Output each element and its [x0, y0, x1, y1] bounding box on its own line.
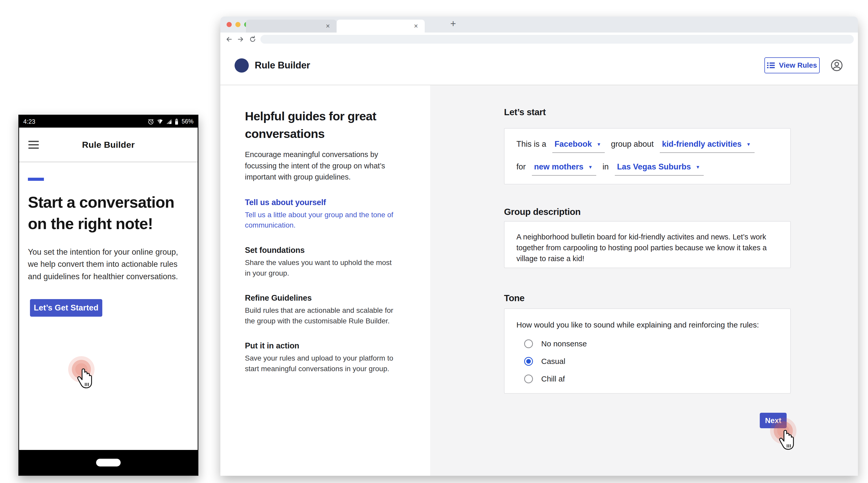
page-content: Helpful guides for great conversations E…: [220, 85, 858, 476]
minimize-window-button[interactable]: [235, 22, 241, 27]
hamburger-menu-icon[interactable]: [28, 141, 39, 149]
status-time: 4:23: [23, 118, 35, 125]
back-icon[interactable]: [225, 35, 233, 43]
phone-app-bar: Rule Builder: [19, 128, 197, 162]
profile-icon[interactable]: [831, 59, 843, 71]
new-tab-button[interactable]: +: [450, 18, 456, 29]
chevron-down-icon: ▼: [596, 142, 601, 147]
platform-dropdown[interactable]: Facebook ▼: [552, 139, 605, 153]
phone-hero-title: Start a conversation on the right note!: [28, 192, 183, 234]
sentence-row: for new mothers ▼ in Las Vegas Suburbs ▼: [517, 162, 778, 175]
sentence-row: This is a Facebook ▼ group about kid-fri…: [517, 139, 778, 153]
phone-hero-body: You set the intention for your online gr…: [28, 246, 180, 283]
guide-step-refine-guidelines[interactable]: Refine Guidelines Build rules that are a…: [245, 293, 407, 326]
view-rules-label: View Rules: [779, 61, 817, 69]
address-bar[interactable]: [260, 35, 854, 44]
status-icons: 56%: [148, 118, 193, 125]
status-battery-percent: 56%: [182, 118, 193, 125]
home-indicator[interactable]: [96, 459, 121, 466]
guide-step-tell-us-about-yourself[interactable]: Tell us about yourself Tell us a little …: [245, 198, 407, 231]
browser-tab-inactive[interactable]: ×: [246, 20, 337, 33]
phone-app-title: Rule Builder: [19, 140, 197, 150]
phone-status-bar: 4:23 56%: [19, 116, 197, 128]
rule-builder-logo: [235, 58, 249, 72]
form-panel: Let’s start This is a Facebook ▼ group a…: [430, 85, 858, 476]
audience-dropdown[interactable]: new mothers ▼: [532, 162, 596, 175]
guide-title: Helpful guides for great conversations: [245, 107, 390, 142]
radio-unchecked-icon[interactable]: [524, 340, 533, 348]
location-dropdown[interactable]: Las Vegas Suburbs ▼: [615, 162, 704, 175]
browser-nav-bar: [220, 33, 858, 46]
chevron-down-icon: ▼: [588, 164, 593, 170]
tone-option-no-nonsense[interactable]: No nonsense: [524, 340, 778, 348]
view-rules-button[interactable]: View Rules: [765, 57, 820, 73]
brand-name: Rule Builder: [255, 60, 310, 71]
browser-tab-active[interactable]: ×: [337, 20, 425, 33]
phone-nav-bar: [19, 450, 197, 475]
sentence-text: for: [517, 162, 526, 171]
guide-panel: Helpful guides for great conversations E…: [220, 85, 430, 476]
phone-mockup: 4:23 56% Rule Bui: [18, 115, 198, 476]
next-button[interactable]: Next: [760, 413, 786, 428]
app-header: Rule Builder View Rules: [220, 46, 858, 85]
chevron-down-icon: ▼: [746, 142, 751, 147]
tap-ripple: [75, 363, 88, 376]
guide-intro: Encourage meaningful conversations by fo…: [245, 149, 390, 183]
chevron-down-icon: ▼: [695, 164, 700, 170]
guide-step-set-foundations[interactable]: Set foundations Share the values you wan…: [245, 246, 407, 279]
phone-content: Start a conversation on the right note! …: [19, 178, 197, 317]
tone-option-chill-af[interactable]: Chill af: [524, 375, 778, 383]
hand-cursor-icon: [76, 368, 96, 392]
group-description-textarea[interactable]: A neighborhood bulletin board for kid-fr…: [504, 221, 791, 268]
close-tab-icon[interactable]: ×: [326, 23, 330, 30]
sentence-text: in: [602, 162, 609, 171]
tone-card: How would you like to sound while explai…: [504, 309, 791, 394]
guide-step-put-it-in-action[interactable]: Put it in action Save your rules and upl…: [245, 341, 407, 374]
battery-icon: [175, 118, 179, 125]
radio-unchecked-icon[interactable]: [524, 375, 533, 383]
radio-checked-icon[interactable]: [524, 357, 533, 366]
tone-prompt: How would you like to sound while explai…: [517, 320, 778, 329]
topic-dropdown[interactable]: kid-friendly activities ▼: [660, 139, 754, 153]
accent-dash: [28, 178, 44, 181]
tone-heading: Tone: [504, 293, 791, 303]
forward-icon[interactable]: [237, 35, 245, 43]
close-tab-icon[interactable]: ×: [414, 23, 418, 30]
lets-start-heading: Let’s start: [504, 107, 791, 117]
sentence-text: group about: [611, 139, 654, 149]
browser-tab-strip: × × +: [220, 17, 858, 33]
group-description-heading: Group description: [504, 206, 791, 217]
tone-option-casual[interactable]: Casual: [524, 357, 778, 366]
close-window-button[interactable]: [226, 22, 232, 27]
reload-icon[interactable]: [249, 35, 256, 43]
alarm-icon: [148, 118, 154, 125]
wifi-icon: [157, 118, 163, 125]
list-icon: [767, 62, 775, 69]
sentence-builder-card: This is a Facebook ▼ group about kid-fri…: [504, 128, 791, 185]
browser-window: × × + Rule Builder: [220, 17, 858, 476]
cellular-icon: [165, 118, 172, 125]
sentence-text: This is a: [517, 139, 546, 149]
lets-get-started-button[interactable]: Let’s Get Started: [30, 299, 102, 317]
